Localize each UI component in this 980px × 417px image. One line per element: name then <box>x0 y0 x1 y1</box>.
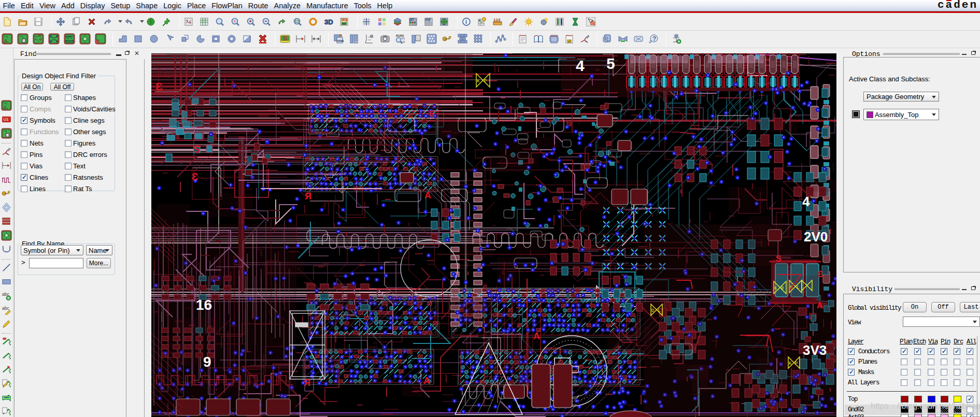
svg-text:Я: Я <box>305 191 311 202</box>
svg-text:4: 4 <box>576 57 585 74</box>
svg-text:Ɛ: Ɛ <box>192 171 198 182</box>
svg-text:5: 5 <box>606 55 615 72</box>
svg-text:9: 9 <box>203 354 211 370</box>
svg-text:3V3: 3V3 <box>803 342 827 358</box>
svg-text:Ɛ: Ɛ <box>155 80 163 93</box>
svg-text:U1: U1 <box>4 117 9 122</box>
svg-text:Я: Я <box>304 378 310 388</box>
svg-text:L: L <box>797 285 799 290</box>
svg-text:D: D <box>651 308 654 313</box>
svg-text:4: 4 <box>802 194 810 209</box>
svg-text:9: 9 <box>429 109 434 118</box>
svg-text:CM: CM <box>410 19 415 22</box>
svg-text:16: 16 <box>196 297 212 313</box>
svg-text:A: A <box>817 301 823 310</box>
svg-text:i: i <box>465 19 467 25</box>
svg-text:S: S <box>194 143 201 155</box>
svg-text:A: A <box>424 190 431 200</box>
svg-text:A: A <box>423 376 430 386</box>
svg-text:K: K <box>477 79 480 84</box>
svg-text:K: K <box>789 361 792 366</box>
svg-text:3D: 3D <box>324 18 333 26</box>
svg-text:L: L <box>658 308 660 313</box>
svg-text:TP: TP <box>3 192 6 195</box>
svg-text:K: K <box>774 286 777 291</box>
svg-text:abc: abc <box>2 306 10 311</box>
svg-text:ODB: ODB <box>337 39 344 42</box>
svg-text:P: P <box>795 361 798 366</box>
svg-text:DFA: DFA <box>426 19 431 22</box>
svg-text:FLIP: FLIP <box>341 19 347 22</box>
svg-text:2V0: 2V0 <box>804 229 828 245</box>
svg-text:R: R <box>781 286 784 291</box>
svg-text:P: P <box>484 79 487 84</box>
svg-text:Ɛ: Ɛ <box>818 270 823 279</box>
svg-text:A: A <box>533 331 540 341</box>
svg-text:TP: TP <box>444 38 447 41</box>
svg-text:S: S <box>776 254 782 263</box>
svg-text:V1: V1 <box>401 37 405 40</box>
svg-text:?: ? <box>652 35 656 42</box>
svg-text:V2: V2 <box>401 40 405 44</box>
